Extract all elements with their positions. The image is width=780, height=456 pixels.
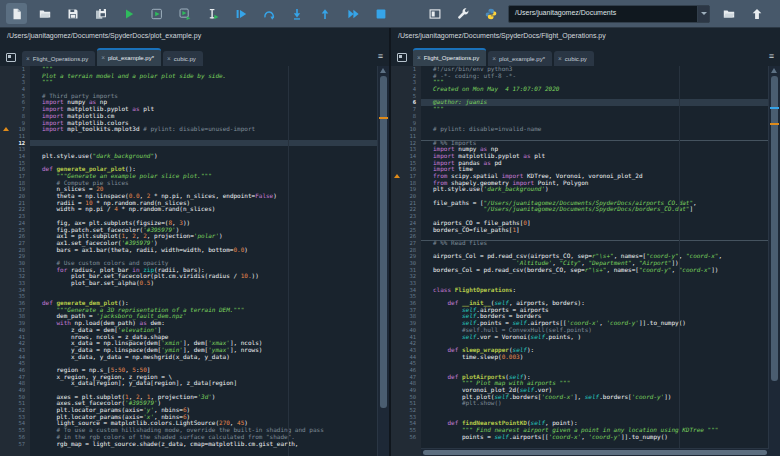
line-number-gutter: 45	[391, 360, 421, 367]
tab-cubic-py[interactable]: ×cubic.py	[554, 51, 594, 66]
step-into-icon[interactable]	[286, 3, 307, 24]
line-number-gutter: 47	[0, 374, 30, 381]
scroll-up-icon[interactable]	[380, 68, 386, 73]
vertical-scrollbar[interactable]	[377, 66, 389, 456]
step-return-icon[interactable]	[314, 3, 335, 24]
line-number: 6	[22, 99, 25, 105]
chevron-down-icon[interactable]	[697, 6, 709, 22]
line-number-gutter: 14	[0, 153, 30, 160]
line-number-gutter: 15	[0, 160, 30, 167]
tab-flight-operations-py[interactable]: ×Flight_Operations.py	[22, 51, 95, 66]
close-tab-icon[interactable]: ×	[26, 56, 30, 62]
line-number: 47	[409, 374, 416, 380]
run-file-icon[interactable]	[118, 3, 139, 24]
code-text: import mpl_toolkits.mplot3d # pylint: di…	[30, 126, 378, 133]
run-cell-advance-icon[interactable]	[174, 3, 195, 24]
line-number-gutter: 51	[391, 400, 421, 407]
line-number-gutter: 46	[0, 367, 30, 374]
line-number: 8	[22, 113, 25, 119]
run-selection-icon[interactable]	[202, 3, 223, 24]
line-number-gutter: 43	[0, 347, 30, 354]
line-number-gutter: 57	[0, 441, 30, 448]
tab-options-icon[interactable]: ≡	[378, 52, 383, 61]
line-number-gutter: 18	[0, 180, 30, 187]
tab-plot-example-py[interactable]: ×plot_example.py*	[488, 51, 552, 66]
line-number-gutter: 17	[0, 173, 30, 180]
line-number: 19	[409, 186, 416, 192]
close-tab-icon[interactable]: ×	[492, 56, 496, 62]
line-number-gutter: 41	[0, 334, 30, 341]
line-number-gutter: 3	[391, 79, 421, 86]
save-all-icon[interactable]	[90, 3, 111, 24]
code-line: 25borders_CO=file_paths[1]	[391, 227, 780, 234]
code-line: 41 self.vor = Voronoi(self.points, )	[391, 334, 780, 341]
line-number-gutter: 55	[0, 427, 30, 434]
line-number: 35	[409, 293, 416, 299]
line-number: 36	[18, 300, 25, 306]
spyder-window: /Users/juanitagomez/Documents /Users/jua…	[0, 0, 780, 456]
line-number-gutter: 28	[391, 247, 421, 254]
line-number-gutter: 34	[0, 287, 30, 294]
line-number-gutter: 37	[391, 307, 421, 314]
save-file-icon[interactable]	[62, 3, 83, 24]
stop-debugging-icon[interactable]	[370, 3, 391, 24]
run-cell-icon[interactable]	[146, 3, 167, 24]
scrollbar-thumb[interactable]	[771, 76, 778, 381]
line-number-gutter: 44	[391, 354, 421, 361]
working-directory-combo[interactable]: /Users/juanitagomez/Documents	[508, 5, 710, 23]
tab-plot-example-py[interactable]: ×plot_example.py*	[97, 48, 161, 66]
line-number: 27	[18, 240, 25, 246]
line-number: 51	[18, 400, 25, 406]
code-text: borders_Col = pd.read_csv(borders_CO, se…	[421, 267, 769, 274]
scrollbar-thumb[interactable]	[423, 450, 767, 455]
vertical-scrollbar[interactable]	[768, 66, 780, 456]
line-number: 11	[18, 133, 25, 139]
step-over-icon[interactable]	[258, 3, 279, 24]
code-line: 34class FlightOperations:	[391, 287, 780, 294]
line-number-gutter: 12	[0, 140, 30, 147]
tab-options-icon[interactable]: ≡	[769, 52, 774, 61]
scroll-up-icon[interactable]	[771, 68, 777, 73]
tab-cubic-py[interactable]: ×cubic.py	[163, 51, 203, 66]
undock-pane-icon[interactable]	[397, 53, 407, 62]
close-tab-icon[interactable]: ×	[101, 55, 105, 61]
tab-label: plot_example.py*	[108, 55, 154, 61]
line-number: 53	[409, 414, 416, 420]
horizontal-scrollbar[interactable]	[421, 448, 769, 456]
preferences-icon[interactable]	[452, 3, 473, 24]
code-line: 28 bars = ax1.bar(theta, radii, width=wi…	[0, 247, 389, 254]
line-number: 7	[22, 106, 25, 112]
code-line: 19plt.style.use('dark_background')	[391, 186, 780, 193]
close-tab-icon[interactable]: ×	[417, 55, 421, 61]
open-file-icon[interactable]	[34, 3, 55, 24]
line-number: 44	[18, 354, 25, 360]
go-up-directory-icon[interactable]	[746, 3, 767, 24]
code-line: 4Created on Mon May 4 17:07:07 2020	[391, 86, 780, 93]
line-number-gutter: 18	[391, 180, 421, 187]
maximize-pane-icon[interactable]	[424, 3, 445, 24]
debug-file-icon[interactable]	[230, 3, 251, 24]
line-number-gutter: 34	[391, 287, 421, 294]
code-line: 7"""	[391, 106, 780, 113]
line-number-gutter: 22	[391, 206, 421, 213]
close-tab-icon[interactable]: ×	[167, 56, 171, 62]
line-number: 17	[18, 173, 25, 179]
python-environment-icon[interactable]	[480, 3, 501, 24]
line-number-gutter: 36	[391, 300, 421, 307]
new-file-icon[interactable]	[6, 3, 27, 24]
code-editor[interactable]: 1#!/usr/bin/env python32# -*- coding: ut…	[391, 66, 780, 456]
browse-directory-icon[interactable]	[718, 3, 739, 24]
tab-flight-operations-py[interactable]: ×Flight_Operations.py	[413, 48, 486, 66]
continue-execution-icon[interactable]	[342, 3, 363, 24]
scrollbar-thumb[interactable]	[380, 76, 387, 408]
main-toolbar: /Users/juanitagomez/Documents	[0, 0, 780, 28]
close-tab-icon[interactable]: ×	[558, 56, 562, 62]
line-number: 13	[18, 146, 25, 152]
line-number: 10	[409, 126, 416, 132]
code-line: 52	[391, 407, 780, 414]
undock-pane-icon[interactable]	[6, 53, 16, 62]
code-text: "/Users/juanitagomez/Documents/SpyderDoc…	[421, 206, 769, 213]
code-editor[interactable]: 1"""2Plot a terrain model and a polar pl…	[0, 66, 389, 456]
code-line: 2Plot a terrain model and a polar plot s…	[0, 73, 389, 80]
editor-pane-right: /Users/juanitagomez/Documents/SpyderDocs…	[391, 28, 780, 456]
